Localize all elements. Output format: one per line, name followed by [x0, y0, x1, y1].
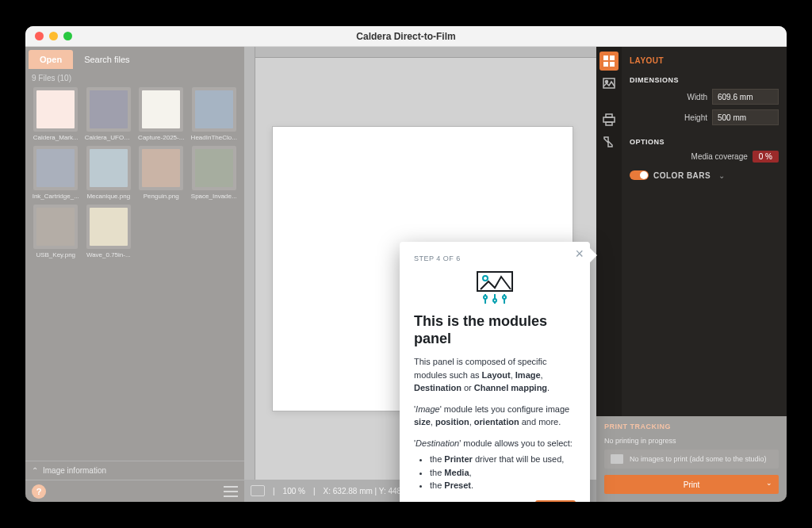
fit-view-button[interactable] — [251, 485, 265, 496]
svg-point-10 — [483, 276, 488, 281]
width-label: Width — [687, 93, 707, 101]
module-title: LAYOUT — [630, 53, 779, 68]
next-button[interactable]: Next — [535, 500, 576, 502]
module-tab-destination[interactable] — [599, 110, 619, 129]
popup-paragraph: 'Destination' module allows you to selec… — [414, 437, 576, 450]
file-item[interactable]: HeadInTheClo... — [190, 87, 239, 141]
svg-rect-3 — [610, 62, 615, 67]
zoom-level[interactable]: 100 % — [283, 487, 305, 495]
svg-point-15 — [493, 299, 496, 302]
file-item[interactable]: Penguin.png — [137, 146, 186, 200]
section-options: OPTIONS — [630, 130, 779, 151]
file-item[interactable]: USB_Key.png — [32, 205, 80, 258]
printer-icon — [603, 113, 615, 126]
file-item[interactable]: Ink_Cartridge_... — [32, 146, 80, 200]
titlebar: Caldera Direct-to-Film — [25, 26, 787, 47]
svg-rect-8 — [606, 122, 612, 125]
module-tab-image[interactable] — [599, 74, 619, 93]
file-item[interactable]: Caldera_Mark... — [32, 87, 80, 141]
print-queue-empty: No images to print (add some to the stud… — [604, 450, 779, 469]
popup-paragraph: 'Image' module lets you configure image … — [414, 403, 576, 429]
popup-arrow — [590, 248, 597, 262]
print-button[interactable]: Print ⌄ — [604, 475, 779, 494]
onboarding-popup: × STEP 4 OF 6 This is the modules panel … — [400, 242, 590, 502]
color-bars-label: COLOR BARS — [653, 171, 710, 180]
file-item[interactable]: Space_Invade... — [190, 146, 239, 200]
tab-search[interactable]: Search files — [73, 50, 140, 69]
svg-point-16 — [503, 296, 506, 299]
menu-icon[interactable] — [224, 486, 238, 497]
height-input[interactable] — [712, 109, 779, 125]
file-grid: Caldera_Mark... Caldera_UFO_... Capture-… — [25, 84, 244, 262]
image-information-toggle[interactable]: ⌃Image information — [25, 461, 244, 480]
svg-rect-7 — [603, 117, 615, 122]
popup-list: the Printer driver that will be used, th… — [414, 453, 576, 492]
modules-panel-illustration-icon — [414, 270, 576, 305]
media-coverage-label: Media coverage — [691, 152, 748, 161]
file-item[interactable]: Capture-2025-... — [137, 87, 186, 141]
step-indicator: STEP 4 OF 6 — [414, 254, 576, 262]
help-icon[interactable]: ? — [32, 484, 46, 499]
view-separator: | — [313, 487, 316, 495]
file-count: 9 Files (10) — [25, 69, 244, 84]
print-tracking-title: PRINT TRACKING — [604, 423, 779, 430]
modules-panel: LAYOUT DIMENSIONS Width Height OPTIONS M… — [596, 47, 787, 502]
file-item[interactable]: Caldera_UFO_... — [85, 87, 133, 141]
files-panel: Open Search files 9 Files (10) Caldera_M… — [25, 47, 244, 502]
print-tracking-status: No printing in progress — [604, 437, 779, 445]
module-tab-channel-mapping[interactable] — [599, 132, 619, 151]
file-item[interactable]: Wave_0.75in-... — [85, 205, 133, 258]
app-window: Caldera Direct-to-Film Open Search files… — [25, 26, 787, 502]
close-icon[interactable]: × — [575, 247, 584, 261]
ruler-horizontal — [255, 47, 596, 58]
color-bars-toggle[interactable] — [630, 170, 649, 180]
width-input[interactable] — [712, 89, 779, 105]
file-item[interactable]: Mecanique.png — [85, 146, 133, 200]
svg-rect-0 — [603, 55, 608, 60]
ruler-vertical — [244, 47, 255, 480]
svg-point-14 — [484, 296, 487, 299]
height-label: Height — [684, 113, 707, 122]
section-dimensions: DIMENSIONS — [630, 68, 779, 89]
image-icon — [603, 77, 615, 90]
window-title: Caldera Direct-to-Film — [25, 31, 787, 42]
grid-icon — [603, 55, 615, 67]
chevron-down-icon: ⌄ — [766, 479, 772, 487]
tab-open[interactable]: Open — [29, 50, 73, 69]
svg-rect-1 — [610, 55, 615, 60]
chevron-down-icon[interactable]: ⌄ — [718, 171, 725, 180]
print-tracking-panel: PRINT TRACKING No printing in progress N… — [596, 416, 787, 502]
svg-rect-2 — [603, 62, 608, 67]
view-separator: | — [273, 487, 275, 495]
popup-paragraph: This panel is composed of specific modul… — [414, 355, 576, 395]
module-tab-layout[interactable] — [599, 52, 619, 71]
popup-title: This is the modules panel — [414, 313, 576, 347]
media-coverage-value: 0 % — [753, 151, 779, 163]
channel-icon — [603, 136, 615, 148]
image-placeholder-icon — [611, 454, 623, 464]
